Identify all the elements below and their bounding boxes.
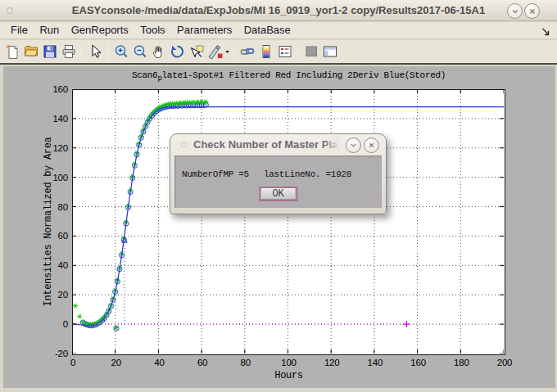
insert-colorbar-button[interactable] [256, 42, 275, 61]
x-tick-label: 20 [111, 358, 120, 367]
dialog-minimize-button[interactable] [346, 137, 361, 153]
cursor-arrow-icon [87, 43, 103, 60]
open-file-icon [23, 43, 39, 60]
menubar: File Run GenReports Tools Parameters Dat… [0, 22, 557, 39]
show-plot-tools-button[interactable] [320, 42, 339, 61]
menu-parameters[interactable]: Parameters [173, 22, 236, 38]
legend-icon [277, 43, 293, 60]
menu-database[interactable]: DataBase [240, 22, 295, 38]
close-icon [367, 141, 376, 150]
x-tick-label: 80 [241, 358, 251, 367]
menu-run[interactable]: Run [35, 22, 63, 38]
link-icon [239, 43, 256, 60]
x-tick-label: 40 [154, 358, 164, 367]
open-file-button[interactable] [21, 42, 40, 61]
close-icon [528, 7, 537, 16]
toolbar-separator [81, 44, 82, 60]
edit-cursor-button[interactable] [85, 42, 104, 61]
hide-plot-tools-button[interactable] [301, 42, 320, 61]
minimize-button[interactable] [507, 3, 523, 19]
x-tick-label: 200 [497, 358, 513, 367]
chevron-down-icon [349, 141, 358, 150]
zoom-out-button[interactable] [130, 42, 149, 61]
y-tick-label: 140 [35, 114, 68, 124]
dialog-body: NumberOfMP =5lastLineNo. =1928 OK [174, 155, 382, 208]
rotate-3d-icon [170, 43, 186, 60]
colorbar-icon [258, 43, 274, 60]
link-plots-button[interactable] [238, 42, 256, 61]
dialog-title[interactable]: Check Number of Master Pla [193, 134, 338, 155]
menu-file[interactable]: File [7, 22, 32, 38]
x-axis-label: Hours [73, 370, 505, 381]
window-title: EASYconsole-/media/data/ExpJobs/MI 16_09… [0, 0, 557, 20]
new-file-button[interactable] [2, 42, 21, 61]
dialog-icon [181, 142, 187, 147]
y-tick-label: -20 [35, 349, 68, 358]
zoom-in-icon [113, 43, 129, 60]
x-tick-label: 60 [197, 358, 207, 367]
toolbar-separator [107, 44, 108, 60]
x-tick-label: 160 [410, 358, 426, 367]
rotate-3d-button[interactable] [168, 42, 187, 61]
toolbar [0, 40, 557, 65]
data-cursor-button[interactable] [187, 42, 206, 61]
menu-tools[interactable]: Tools [136, 22, 169, 38]
hide-plot-tools-icon [303, 43, 319, 60]
pan-hand-icon [151, 43, 167, 60]
toolbar-separator [233, 44, 234, 60]
toolbar-separator [297, 44, 298, 60]
print-figure-button[interactable] [59, 42, 78, 61]
x-tick-label: 120 [324, 358, 340, 367]
y-tick-label: 0 [35, 319, 68, 329]
x-tick-label: 140 [368, 358, 383, 367]
new-file-icon [4, 43, 20, 60]
save-icon [42, 43, 58, 60]
dialog-close-button[interactable] [364, 137, 379, 153]
print-icon [61, 43, 77, 60]
chart-title: Scan6plate1-Spot#1 Filtered Red Includin… [73, 70, 505, 83]
brush-icon [206, 43, 229, 60]
ok-button[interactable]: OK [259, 187, 297, 201]
data-cursor-icon [188, 43, 205, 60]
zoom-in-button[interactable] [111, 42, 130, 61]
chart-svg [72, 89, 504, 354]
menu-genreports[interactable]: GenReports [67, 22, 133, 38]
chevron-down-icon [510, 7, 520, 16]
y-tick-label: 160 [35, 84, 68, 94]
save-figure-button[interactable] [40, 42, 59, 61]
y-axis-label: Intensities Normalized by Area [43, 137, 54, 306]
pan-hand-button[interactable] [149, 42, 168, 61]
brush-data-button[interactable] [206, 42, 230, 61]
show-plot-tools-icon [322, 43, 338, 60]
dialog-title-fade [324, 136, 340, 154]
x-tick-label: 100 [281, 358, 297, 367]
dialog-message: NumberOfMP =5lastLineNo. =1928 [182, 169, 351, 179]
close-button[interactable] [524, 3, 540, 19]
x-tick-label: 0 [70, 358, 75, 367]
x-tick-label: 180 [454, 358, 469, 367]
window-titlebar[interactable]: EASYconsole-/media/data/ExpJobs/MI 16_09… [0, 0, 557, 21]
menu-tearoff-icon[interactable] [541, 25, 551, 40]
insert-legend-button[interactable] [275, 42, 294, 61]
dialog-check-number-of-master-plates: Check Number of Master Pla NumberOfMP =5… [170, 133, 387, 214]
zoom-out-icon [132, 43, 148, 60]
